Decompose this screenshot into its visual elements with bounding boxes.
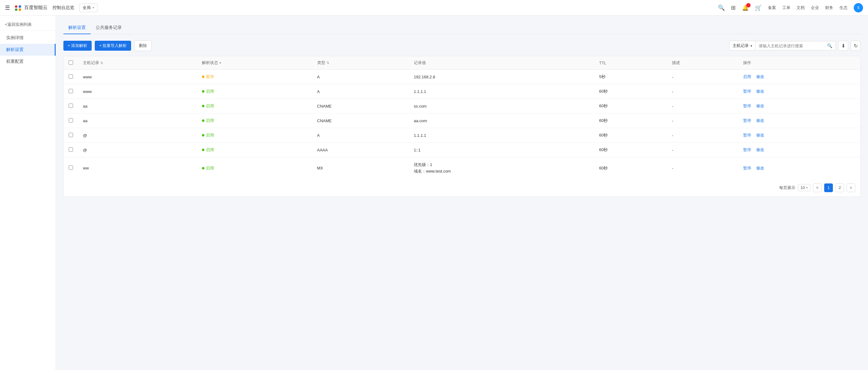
cell-type: A: [312, 128, 409, 143]
prev-page-button[interactable]: <: [813, 183, 822, 192]
svg-point-0: [15, 5, 18, 8]
add-parse-button[interactable]: + 添加解析: [63, 41, 92, 51]
action-修改-button[interactable]: 修改: [756, 118, 764, 123]
action-启用-button[interactable]: 启用: [743, 74, 751, 79]
header-checkbox-cell: [64, 56, 78, 69]
action-separator: [753, 147, 754, 152]
sidebar-item-parse-settings[interactable]: 解析设置: [0, 44, 56, 56]
filter-label: 主机记录: [733, 43, 749, 49]
page-2-button[interactable]: 2: [835, 183, 844, 192]
action-separator: [753, 89, 754, 93]
cell-type: A: [312, 69, 409, 84]
tab-parse-settings[interactable]: 解析设置: [63, 22, 91, 34]
status-sort-icon[interactable]: ▾: [219, 61, 221, 65]
status-text: 启用: [206, 89, 214, 94]
row-checkbox[interactable]: [69, 89, 73, 93]
row-checkbox[interactable]: [69, 74, 73, 79]
batch-import-button[interactable]: + 批量导入解析: [95, 41, 131, 51]
cell-desc: -: [667, 69, 738, 84]
next-page-button[interactable]: >: [846, 183, 855, 192]
action-修改-button[interactable]: 修改: [756, 133, 764, 137]
cell-host: @: [78, 128, 197, 143]
delete-button[interactable]: 删除: [134, 40, 152, 51]
action-修改-button[interactable]: 修改: [756, 89, 764, 93]
action-暂停-button[interactable]: 暂停: [743, 133, 751, 137]
action-暂停-button[interactable]: 暂停: [743, 104, 751, 108]
cell-status: 启用: [197, 157, 312, 179]
header-title[interactable]: 控制台总览: [53, 5, 74, 10]
search-icon[interactable]: 🔍: [718, 4, 725, 11]
nav-gongdan[interactable]: 工单: [782, 5, 790, 10]
cell-actions: 暂停 修改: [738, 113, 860, 128]
download-button[interactable]: ⬇: [838, 41, 848, 51]
cell-status: 启用: [197, 113, 312, 128]
layout: <返回实例列表 实例详情 解析设置 权重配置 解析设置 公共服务记录 + 添加解…: [0, 16, 868, 370]
cell-ttl: 60秒: [594, 113, 667, 128]
sidebar-item-label: 实例详情: [6, 35, 24, 41]
cell-status: 启用: [197, 84, 312, 99]
cell-type: MX: [312, 157, 409, 179]
col-ttl: TTL: [594, 56, 667, 69]
action-暂停-button[interactable]: 暂停: [743, 118, 751, 123]
status-dot: [202, 76, 205, 78]
nav-qiye[interactable]: 企业: [811, 5, 819, 10]
cell-host: www: [78, 84, 197, 99]
svg-point-3: [19, 8, 21, 11]
cell-ttl: 60秒: [594, 143, 667, 157]
nav-caiwu[interactable]: 财务: [825, 5, 833, 10]
row-checkbox[interactable]: [69, 133, 73, 137]
logo-text: 百度智能云: [24, 5, 48, 10]
action-暂停-button[interactable]: 暂停: [743, 147, 751, 152]
cell-ttl: 60秒: [594, 99, 667, 113]
cell-status: 启用: [197, 143, 312, 157]
sidebar-back[interactable]: <返回实例列表: [0, 19, 56, 31]
search-input[interactable]: [758, 44, 827, 48]
action-修改-button[interactable]: 修改: [756, 147, 764, 152]
avatar[interactable]: 5: [854, 3, 863, 12]
sidebar-item-weight-config[interactable]: 权重配置: [0, 56, 56, 67]
row-checkbox[interactable]: [69, 147, 73, 152]
tabs: 解析设置 公共服务记录: [63, 22, 861, 34]
cell-ttl: 60秒: [594, 157, 667, 179]
select-all-checkbox[interactable]: [69, 60, 73, 65]
filter-dropdown[interactable]: 主机记录 ▾: [729, 41, 755, 51]
action-修改-button[interactable]: 修改: [756, 166, 764, 170]
notification-badge: [746, 3, 750, 7]
notification-icon[interactable]: 🔔: [742, 4, 749, 11]
action-暂停-button[interactable]: 暂停: [743, 89, 751, 93]
refresh-button[interactable]: ↻: [850, 41, 861, 51]
status-text: 启用: [206, 147, 214, 153]
cell-host: www: [78, 69, 197, 84]
search-icon[interactable]: 🔍: [827, 43, 832, 48]
region-selector[interactable]: 全局 ▾: [79, 3, 98, 12]
page-1-button[interactable]: 1: [824, 183, 833, 192]
table-row: ww启用MX优先级：1域名：www.test.com60秒-暂停 修改: [64, 157, 860, 179]
nav-beian[interactable]: 备案: [768, 5, 776, 10]
action-修改-button[interactable]: 修改: [756, 104, 764, 108]
page-size-selector[interactable]: 10 ▾: [798, 184, 810, 191]
nav-shengtai[interactable]: 生态: [839, 5, 847, 10]
filter-search-group: 主机记录 ▾ 🔍: [729, 41, 836, 51]
col-desc: 描述: [667, 56, 738, 69]
cell-actions: 暂停 修改: [738, 143, 860, 157]
apps-icon[interactable]: ⊞: [731, 4, 736, 11]
cell-desc: -: [667, 128, 738, 143]
header: ☰ 百度智能云 控制台总览 全局 ▾ 🔍 ⊞ 🔔 🛒 备案 工单 文档 企业 财…: [0, 0, 868, 16]
sidebar-item-instance-detail[interactable]: 实例详情: [0, 32, 56, 44]
tab-public-service[interactable]: 公共服务记录: [91, 22, 127, 34]
row-checkbox[interactable]: [69, 104, 73, 108]
action-暂停-button[interactable]: 暂停: [743, 166, 751, 170]
host-sort-icon[interactable]: ⇅: [100, 61, 103, 65]
action-修改-button[interactable]: 修改: [756, 74, 764, 79]
nav-wendang[interactable]: 文档: [797, 5, 805, 10]
row-checkbox[interactable]: [69, 118, 73, 122]
svg-point-2: [15, 8, 18, 11]
cart-icon[interactable]: 🛒: [755, 4, 762, 11]
type-sort-icon[interactable]: ⇅: [327, 61, 329, 65]
menu-icon[interactable]: ☰: [5, 4, 10, 11]
cell-status: 暂停: [197, 69, 312, 84]
cell-ttl: 60秒: [594, 84, 667, 99]
row-checkbox[interactable]: [69, 165, 73, 170]
row-checkbox-cell: [64, 143, 78, 157]
col-host: 主机记录 ⇅: [78, 56, 197, 69]
